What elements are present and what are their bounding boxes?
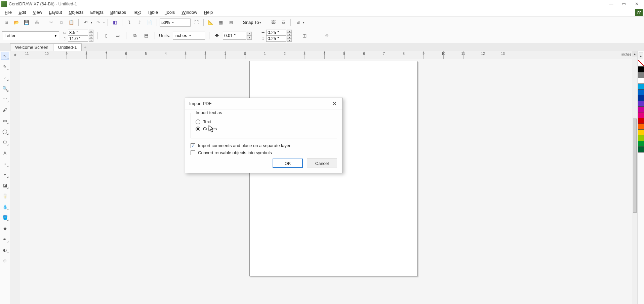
artistic-media-icon[interactable]: 🖌: [1, 106, 9, 114]
spin-up[interactable]: ▲: [287, 30, 292, 33]
add-preset-icon[interactable]: ⊕: [322, 31, 331, 40]
drop-shadow-tool-icon[interactable]: ◪: [1, 181, 9, 189]
menu-text[interactable]: Text: [129, 8, 144, 16]
cut-icon[interactable]: ✂: [47, 18, 55, 27]
undo-icon[interactable]: ↶: [81, 18, 90, 27]
page-height-input[interactable]: 11.0 ": [68, 36, 88, 42]
scroll-thumb[interactable]: [633, 119, 637, 213]
import-icon[interactable]: ⤵: [125, 18, 134, 27]
ruler-origin[interactable]: ✥: [10, 51, 20, 59]
color-swatch[interactable]: [638, 135, 644, 141]
ellipse-tool-icon[interactable]: ◯: [1, 127, 9, 135]
tab-welcome-screen[interactable]: Welcome Screen: [10, 43, 53, 51]
no-color-swatch[interactable]: [638, 60, 644, 66]
orientation-landscape-icon[interactable]: ▭: [113, 31, 122, 40]
all-pages-icon[interactable]: ⧉: [130, 31, 139, 40]
orientation-portrait-icon[interactable]: ▯: [102, 31, 111, 40]
corel-help-icon[interactable]: ⁇: [635, 9, 643, 16]
checkbox-convert-symbols-row[interactable]: Convert reusable objects into symbols: [191, 150, 337, 155]
color-swatch[interactable]: [638, 124, 644, 130]
checkbox-import-comments-row[interactable]: ✓ Import comments and place on a separat…: [191, 143, 337, 148]
spin-down[interactable]: ▼: [89, 33, 93, 36]
menu-file[interactable]: File: [1, 8, 15, 16]
rectangle-tool-icon[interactable]: ▭: [1, 116, 9, 125]
show-grid-icon[interactable]: ▦: [216, 18, 225, 27]
spin-up[interactable]: ▲: [89, 36, 93, 39]
shape-tool-icon[interactable]: ✎: [1, 63, 9, 71]
treat-as-filled-icon[interactable]: ◫: [300, 31, 309, 40]
vertical-scrollbar[interactable]: ▲: [632, 51, 637, 304]
horizontal-ruler[interactable]: 1110987654321012345678910111213 inches: [20, 51, 632, 59]
units-combo[interactable]: inches ▾: [173, 32, 205, 40]
show-rulers-icon[interactable]: 📐: [206, 18, 215, 27]
minimize-button[interactable]: —: [607, 1, 615, 7]
new-document-icon[interactable]: 🗎: [2, 18, 11, 27]
checkbox-import-comments[interactable]: ✓: [191, 143, 195, 148]
radio-curves[interactable]: [196, 127, 200, 131]
fullscreen-preview-icon[interactable]: ⛶: [192, 18, 201, 27]
color-swatch[interactable]: [638, 95, 644, 101]
menu-window[interactable]: Window: [178, 8, 200, 16]
launcher-icon[interactable]: 🖥: [293, 18, 302, 27]
ok-button[interactable]: OK: [273, 159, 303, 168]
checkbox-convert-symbols[interactable]: [191, 150, 195, 155]
redo-icon[interactable]: ↷: [94, 18, 103, 27]
nudge-input[interactable]: 0.01 ": [223, 32, 246, 40]
vertical-ruler[interactable]: [10, 59, 20, 304]
dialog-close-button[interactable]: ✕: [330, 100, 338, 108]
palette-scroll-up[interactable]: ▲: [639, 53, 643, 59]
spin-down[interactable]: ▼: [247, 36, 252, 40]
tab-untitled-1[interactable]: Untitled-1: [53, 43, 82, 51]
canvas-area[interactable]: ✥ 1110987654321012345678910111213 inches: [10, 51, 632, 304]
quick-customize-icon[interactable]: ⊕: [1, 257, 9, 265]
radio-text[interactable]: [196, 120, 200, 124]
interactive-fill-icon[interactable]: 🪣: [1, 213, 9, 222]
color-eyedropper-icon[interactable]: 💧: [1, 203, 9, 211]
app-launcher-icon[interactable]: ☲: [279, 18, 288, 27]
radio-text-row[interactable]: Text: [196, 119, 332, 124]
cancel-button[interactable]: Cancel: [307, 159, 337, 168]
smart-fill-icon[interactable]: ◆: [1, 224, 9, 232]
fill-dialog-icon[interactable]: ◐: [1, 246, 9, 254]
search-content-icon[interactable]: ◧: [111, 18, 119, 27]
transparency-tool-icon[interactable]: 🥛: [1, 192, 9, 200]
menu-objects[interactable]: Objects: [65, 8, 87, 16]
print-icon[interactable]: 🖶: [32, 18, 41, 27]
page-width-input[interactable]: 8.5 ": [68, 30, 88, 36]
menu-tools[interactable]: Tools: [161, 8, 178, 16]
paste-icon[interactable]: 📋: [67, 18, 76, 27]
drawing-canvas[interactable]: [20, 59, 632, 304]
open-icon[interactable]: 📂: [12, 18, 21, 27]
color-swatch[interactable]: [638, 106, 644, 112]
zoom-level-combo[interactable]: 53% ▾: [160, 19, 191, 27]
copy-icon[interactable]: ⧉: [57, 18, 66, 27]
color-swatch[interactable]: [638, 83, 644, 90]
crop-tool-icon[interactable]: ⟀: [1, 73, 9, 81]
polygon-tool-icon[interactable]: ⬠: [1, 138, 9, 146]
connector-tool-icon[interactable]: ⌐: [1, 170, 9, 178]
paper-preset-combo[interactable]: Letter ▾: [2, 31, 59, 40]
outline-pen-icon[interactable]: ✒: [1, 235, 9, 243]
spin-down[interactable]: ▼: [287, 39, 292, 42]
spin-up[interactable]: ▲: [247, 32, 252, 36]
color-swatch[interactable]: [638, 129, 644, 135]
publish-pdf-icon[interactable]: 📄: [145, 18, 154, 27]
menu-help[interactable]: Help: [201, 8, 216, 16]
freehand-tool-icon[interactable]: 〰: [1, 95, 9, 103]
color-swatch[interactable]: [638, 118, 644, 124]
color-swatch[interactable]: [638, 72, 644, 78]
text-tool-icon[interactable]: A: [1, 149, 9, 157]
export-icon[interactable]: ⤴: [135, 18, 144, 27]
redo-dropdown[interactable]: ▾: [103, 21, 105, 24]
menu-layout[interactable]: Layout: [45, 8, 65, 16]
launcher-dropdown[interactable]: ▾: [303, 21, 305, 24]
color-swatch[interactable]: [638, 141, 644, 147]
zoom-tool-icon[interactable]: 🔍: [1, 84, 9, 92]
show-guidelines-icon[interactable]: ⊞: [227, 18, 235, 27]
color-swatch[interactable]: [638, 66, 644, 72]
save-icon[interactable]: 💾: [22, 18, 31, 27]
scroll-up-arrow[interactable]: ▲: [632, 51, 637, 57]
spin-down[interactable]: ▼: [89, 39, 93, 42]
spin-down[interactable]: ▼: [287, 33, 292, 36]
add-tab-button[interactable]: ＋: [81, 43, 89, 51]
